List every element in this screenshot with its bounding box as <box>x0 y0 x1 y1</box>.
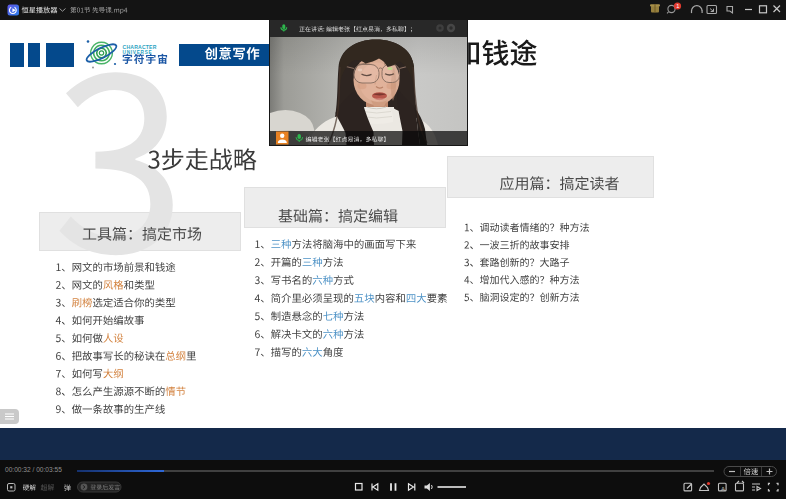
svg-text:A: A <box>721 486 725 492</box>
svg-text:1: 1 <box>676 3 679 9</box>
svg-text:CHARACTER: CHARACTER <box>123 44 157 50</box>
svg-text:UNIVERSE: UNIVERSE <box>123 50 153 55</box>
